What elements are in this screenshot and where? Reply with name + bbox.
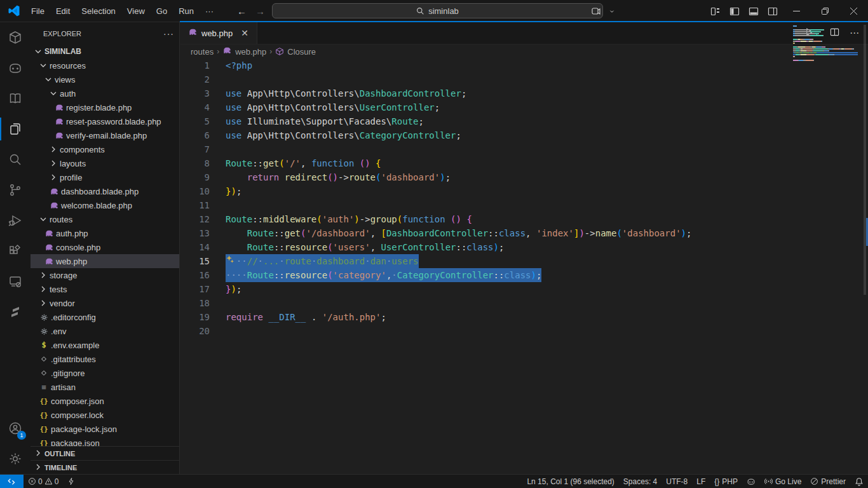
settings-gear-icon[interactable] — [0, 444, 31, 474]
code-line[interactable]: 18 — [180, 296, 868, 310]
menu-file[interactable]: File — [25, 4, 50, 18]
remote-explorer-icon[interactable] — [0, 266, 31, 297]
tree-item-tests[interactable]: tests — [31, 282, 179, 296]
source-control-icon[interactable] — [0, 175, 31, 205]
tree-item-composer-lock[interactable]: {}composer.lock — [31, 408, 179, 422]
toggle-primary-sidebar-icon[interactable] — [725, 3, 744, 20]
tree-item-artisan[interactable]: ≡artisan — [31, 380, 179, 394]
tree-item--env-example[interactable]: $.env.example — [31, 338, 179, 352]
copilot-chevron-icon[interactable] — [607, 3, 617, 20]
tree-item--gitignore[interactable]: .gitignore — [31, 366, 179, 380]
code-area[interactable]: 1<?php23use App\Http\Controllers\Dashboa… — [180, 58, 868, 338]
code-line[interactable]: 7 — [180, 142, 868, 156]
copilot-sparkle-icon[interactable] — [226, 254, 236, 268]
indentation-status[interactable]: Spaces: 4 — [619, 475, 661, 488]
tree-item-auth-php[interactable]: auth.php — [31, 226, 179, 240]
tree-item-verify-email-blade-php[interactable]: verify-email.blade.php — [31, 128, 179, 142]
code-line[interactable]: 16····Route::resource('category',·Catego… — [180, 268, 868, 282]
tree-item-components[interactable]: components — [31, 142, 179, 156]
code-line[interactable]: 4use App\Http\Controllers\UserController… — [180, 100, 868, 114]
go-live-status[interactable]: Go Live — [760, 475, 806, 488]
toggle-panel-icon[interactable] — [744, 3, 763, 20]
code-line[interactable]: 20 — [180, 324, 868, 338]
menu-[interactable]: ··· — [200, 4, 219, 18]
tree-item--env[interactable]: .env — [31, 324, 179, 338]
tree-item-web-php[interactable]: web.php — [31, 254, 179, 268]
remote-indicator[interactable] — [0, 475, 24, 488]
minimap[interactable] — [793, 25, 858, 64]
tree-item-profile[interactable]: profile — [31, 170, 179, 184]
extensions-icon[interactable] — [0, 236, 31, 266]
s-logo-icon[interactable] — [0, 297, 31, 327]
command-center-search[interactable]: siminlab — [272, 3, 603, 18]
search-icon[interactable] — [0, 144, 31, 175]
accounts-icon[interactable]: 1 — [0, 413, 31, 444]
breadcrumb-routes[interactable]: routes — [191, 47, 214, 57]
tree-item-welcome-blade-php[interactable]: welcome.blade.php — [31, 198, 179, 212]
zap-status-icon[interactable] — [63, 475, 79, 488]
toggle-secondary-sidebar-icon[interactable] — [763, 3, 782, 20]
tree-item-package-json[interactable]: {}package.json — [31, 436, 179, 446]
code-line[interactable]: 14 Route::resource('users', UserControll… — [180, 240, 868, 254]
tree-item-storage[interactable]: storage — [31, 268, 179, 282]
customize-layout-icon[interactable] — [706, 3, 725, 20]
package-icon[interactable] — [0, 22, 31, 53]
menu-run[interactable]: Run — [173, 4, 200, 18]
forward-arrow-icon[interactable]: → — [255, 6, 265, 17]
book-icon[interactable] — [0, 83, 31, 114]
notifications-bell-icon[interactable] — [850, 475, 868, 488]
outline-section[interactable]: OUTLINE — [31, 446, 179, 460]
menu-go[interactable]: Go — [151, 4, 173, 18]
tree-item-dashboard-blade-php[interactable]: dashboard.blade.php — [31, 184, 179, 198]
minimize-button[interactable] — [782, 0, 811, 22]
code-line[interactable]: 3use App\Http\Controllers\DashboardContr… — [180, 86, 868, 100]
tree-item-views[interactable]: views — [31, 72, 179, 86]
code-line[interactable]: 5use Illuminate\Support\Facades\Route; — [180, 114, 868, 128]
tree-item-routes[interactable]: routes — [31, 212, 179, 226]
back-arrow-icon[interactable]: ← — [237, 6, 247, 17]
run-debug-icon[interactable] — [0, 205, 31, 236]
copilot-icon[interactable] — [0, 53, 31, 83]
tree-item-register-blade-php[interactable]: register.blade.php — [31, 100, 179, 114]
tree-item-console-php[interactable]: console.php — [31, 240, 179, 254]
tree-item--gitattributes[interactable]: .gitattributes — [31, 352, 179, 366]
encoding-status[interactable]: UTF-8 — [661, 475, 692, 488]
tree-root[interactable]: SIMINLAB — [31, 44, 179, 58]
tree-item-resources[interactable]: resources — [31, 58, 179, 72]
menu-view[interactable]: View — [121, 4, 151, 18]
tree-item-auth[interactable]: auth — [31, 86, 179, 100]
code-line[interactable]: 13 Route::get('/dashboard', [DashboardCo… — [180, 226, 868, 240]
code-line[interactable]: 15··//·...·route·dashboard·dan·users — [180, 254, 868, 268]
copilot-menu-button[interactable] — [587, 3, 606, 20]
explorer-more-actions-icon[interactable]: ··· — [163, 29, 174, 39]
cursor-position-status[interactable]: Ln 15, Col 1 (96 selected) — [522, 475, 618, 488]
code-line[interactable]: 11 — [180, 198, 868, 212]
tree-item-vendor[interactable]: vendor — [31, 296, 179, 310]
timeline-section[interactable]: TIMELINE — [31, 460, 179, 474]
tree-item-layouts[interactable]: layouts — [31, 156, 179, 170]
restore-button[interactable] — [811, 0, 839, 22]
explorer-icon[interactable] — [0, 114, 31, 144]
tab-web-php[interactable]: web.php ✕ — [180, 22, 257, 44]
copilot-status-icon[interactable] — [742, 475, 760, 488]
eol-status[interactable]: LF — [692, 475, 710, 488]
close-tab-icon[interactable]: ✕ — [239, 27, 250, 39]
code-line[interactable]: 12Route::middleware('auth')->group(funct… — [180, 212, 868, 226]
code-line[interactable]: 17}); — [180, 282, 868, 296]
problems-status[interactable]: 0 0 — [24, 475, 63, 488]
code-line[interactable]: 1<?php — [180, 58, 868, 72]
tree-item-composer-json[interactable]: {}composer.json — [31, 394, 179, 408]
tree-item-package-lock-json[interactable]: {}package-lock.json — [31, 422, 179, 436]
code-line[interactable]: 8Route::get('/', function () { — [180, 156, 868, 170]
code-line[interactable]: 9 return redirect()->route('dashboard'); — [180, 170, 868, 184]
code-line[interactable]: 6use App\Http\Controllers\CategoryContro… — [180, 128, 868, 142]
menu-edit[interactable]: Edit — [50, 4, 76, 18]
code-line[interactable]: 2 — [180, 72, 868, 86]
prettier-status[interactable]: Prettier — [806, 475, 850, 488]
editor-scrollbar[interactable] — [864, 25, 866, 295]
code-line[interactable]: 19require __DIR__ . '/auth.php'; — [180, 310, 868, 324]
breadcrumb-file[interactable]: web.php — [235, 47, 266, 57]
breadcrumb-symbol[interactable]: Closure — [287, 47, 316, 57]
close-window-button[interactable] — [839, 0, 868, 22]
code-line[interactable]: 10}); — [180, 184, 868, 198]
